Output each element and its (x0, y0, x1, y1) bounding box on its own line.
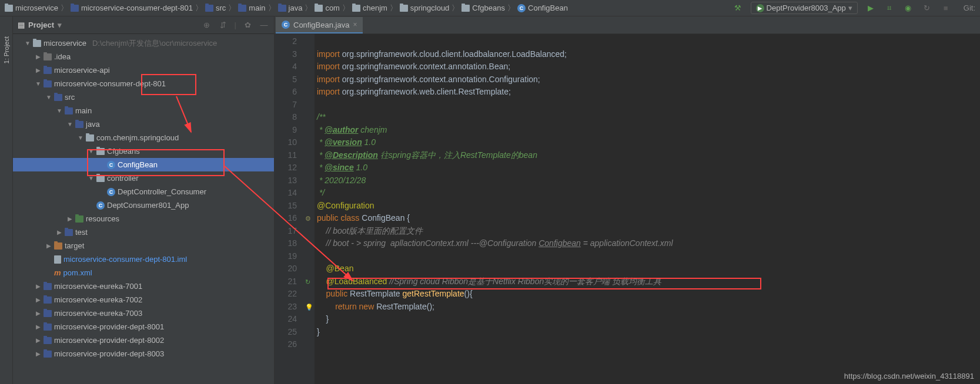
project-tool-tab[interactable]: 1: Project (2, 34, 11, 66)
expand-arrow[interactable]: ▶ (35, 283, 41, 289)
expand-arrow[interactable]: ▼ (56, 107, 62, 114)
breadcrumb-item[interactable]: com (315, 4, 340, 12)
chevron-right-icon: 〉 (195, 3, 203, 14)
tree-node-label: controller (107, 174, 138, 183)
tree-node[interactable]: CDeptConsumer801_App (13, 198, 274, 212)
tree-node[interactable]: ▶microservice-api (13, 63, 274, 77)
breadcrumb-item[interactable]: microservice (5, 4, 58, 12)
project-panel: ▤ Project ▾ ⊕ ⇵ | ✿ — ▼microserviceD:\ch… (13, 16, 275, 384)
tree-node[interactable]: CDeptController_Consumer (13, 185, 274, 198)
tree-node-label: microservice-api (54, 66, 110, 75)
class-icon: C (107, 188, 115, 196)
stop-button[interactable]: ■ (940, 2, 952, 14)
expand-arrow[interactable]: ▼ (46, 94, 52, 100)
tree-node[interactable]: ▶test (13, 225, 274, 239)
tree-node[interactable]: microservice-consumer-dept-801.iml (13, 252, 274, 266)
chevron-down-icon[interactable]: ▾ (58, 21, 62, 29)
chevron-right-icon: 〉 (342, 3, 350, 14)
tree-node-label: main (75, 106, 92, 115)
tree-node-label: resources (86, 214, 119, 223)
tree-node[interactable]: ▼main (13, 104, 274, 117)
tree-node[interactable]: ▶microservice-provider-dept-8002 (13, 334, 274, 347)
tree-node[interactable]: ▼controller (13, 171, 274, 185)
crumb-label: main (249, 4, 265, 12)
coverage-button[interactable]: ◉ (902, 2, 914, 14)
breadcrumb-item[interactable]: microservice-consumer-dept-801 (71, 4, 193, 12)
expand-arrow[interactable]: ▶ (35, 53, 41, 60)
tree-node[interactable]: ▶microservice-eureka-7001 (13, 279, 274, 293)
editor-body[interactable]: 2345678910111213141516171819202122232425… (275, 34, 980, 384)
tree-node-label: microservice (44, 39, 86, 48)
expand-icon[interactable]: ⇵ (218, 20, 229, 31)
tree-node[interactable]: ▶microservice-eureka-7002 (13, 293, 274, 306)
breadcrumb-item[interactable]: main (238, 4, 265, 12)
tree-node[interactable]: ▼microservice-consumer-dept-801 (13, 77, 274, 90)
breadcrumb-item[interactable]: src (205, 4, 226, 12)
tree-node[interactable]: CConfigBean (13, 158, 274, 171)
editor-tabs: C ConfigBean.java × (275, 16, 980, 34)
tree-node[interactable]: ▼java (13, 117, 274, 131)
tree-node[interactable]: ▶microservice-provider-dept-8003 (13, 347, 274, 361)
breadcrumb-item[interactable]: chenjm (352, 4, 387, 12)
expand-arrow[interactable]: ▼ (78, 134, 83, 141)
breadcrumb-item[interactable]: CConfigBean (517, 4, 568, 12)
debug-button[interactable]: ⌗ (884, 2, 895, 14)
crumb-label: com (325, 4, 340, 12)
tree-node-label: test (75, 228, 88, 237)
locate-icon[interactable]: ⊕ (202, 20, 212, 31)
gutter-bean-icon[interactable]: ⚙ (305, 213, 311, 225)
expand-arrow[interactable]: ▼ (67, 121, 73, 127)
expand-arrow[interactable]: ▶ (35, 67, 41, 73)
tree-node[interactable]: ▼microserviceD:\chenjm\开发信息\ocr\microser… (13, 36, 274, 50)
run-config-selector[interactable]: ▶ DeptProvider8003_App ▾ (751, 2, 858, 14)
tree-node-label: com.chenjm.springcloud (96, 133, 179, 142)
expand-arrow[interactable]: ▶ (35, 324, 41, 330)
folder-icon (54, 94, 62, 101)
gear-icon[interactable]: ✿ (242, 20, 253, 31)
tree-node[interactable]: ▼com.chenjm.springcloud (13, 131, 274, 144)
expand-arrow[interactable]: ▶ (56, 229, 62, 235)
expand-arrow[interactable]: ▶ (46, 242, 52, 249)
folder-icon (75, 215, 83, 223)
tree-node-label: microservice-provider-dept-8002 (54, 336, 164, 345)
breadcrumb-item[interactable]: springcloud (400, 4, 450, 12)
reload-button[interactable]: ↻ (921, 2, 933, 14)
expand-arrow[interactable]: ▼ (88, 175, 94, 181)
tree-node[interactable]: ▼src (13, 90, 274, 104)
project-panel-header: ▤ Project ▾ ⊕ ⇵ | ✿ — (13, 16, 274, 34)
expand-arrow[interactable]: ▶ (35, 351, 41, 357)
editor-area: C ConfigBean.java × 23456789101112131415… (275, 16, 980, 384)
tree-node[interactable]: ▶.idea (13, 50, 274, 63)
chevron-right-icon: 〉 (451, 3, 459, 14)
gutter-bean-icon[interactable]: ↻ (305, 276, 310, 289)
tree-node-label: ConfigBean (118, 160, 158, 169)
project-tree[interactable]: ▼microserviceD:\chenjm\开发信息\ocr\microser… (13, 34, 274, 384)
expand-arrow[interactable]: ▶ (67, 215, 73, 222)
code-content[interactable]: import org.springframework.cloud.client.… (315, 34, 980, 384)
expand-arrow[interactable]: ▶ (35, 337, 41, 343)
breadcrumb-item[interactable]: Cfgbeans (461, 4, 505, 12)
tree-node[interactable]: ▼Cfgbeans (13, 144, 274, 158)
expand-arrow[interactable]: ▼ (25, 40, 31, 46)
expand-arrow[interactable]: ▶ (35, 310, 41, 316)
expand-arrow[interactable]: ▶ (35, 297, 41, 303)
build-button[interactable]: ⚒ (732, 2, 744, 14)
tree-node[interactable]: ▶target (13, 239, 274, 252)
expand-arrow[interactable]: ▼ (35, 80, 41, 87)
folder-icon (96, 148, 105, 155)
breadcrumb-item[interactable]: java (278, 4, 303, 12)
run-icon: ▶ (756, 4, 764, 12)
folder-icon (44, 297, 52, 304)
tree-node[interactable]: ▶microservice-provider-dept-8001 (13, 320, 274, 334)
hide-icon[interactable]: — (259, 20, 269, 31)
editor-tab-configbean[interactable]: C ConfigBean.java × (276, 17, 363, 33)
tree-node[interactable]: ▶resources (13, 212, 274, 225)
tree-node[interactable]: ▶microservice-eureka-7003 (13, 306, 274, 320)
close-tab-icon[interactable]: × (353, 21, 357, 29)
folder-icon (54, 242, 62, 250)
tree-node[interactable]: mpom.xml (13, 266, 274, 279)
gutter-bulb-icon[interactable]: 💡 (305, 301, 313, 314)
run-button[interactable]: ▶ (865, 2, 877, 14)
expand-arrow[interactable]: ▼ (88, 148, 94, 154)
crumb-label: java (289, 4, 303, 12)
